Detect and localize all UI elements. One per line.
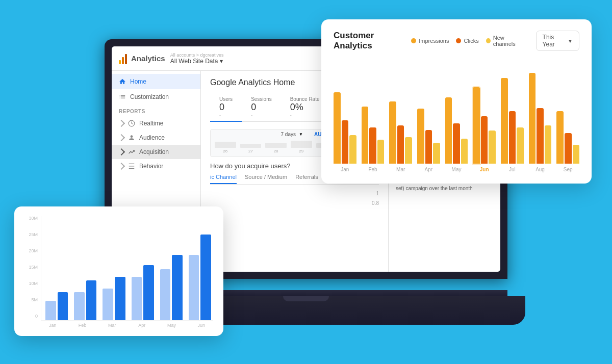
sc-y-labels: 30M 25M 20M 15M 10M 5M 0 (24, 216, 41, 321)
ca-chart-bars (334, 60, 579, 167)
laptop-notch (283, 296, 329, 301)
ca-bar-jan-new (349, 135, 356, 164)
sidebar-behavior-label: Behavior (139, 163, 163, 170)
sc-x-labels: Jan Feb Mar Apr May Jun (41, 321, 213, 328)
sidebar-realtime-label: Realtime (139, 120, 163, 127)
sc-label-may: May (160, 323, 183, 328)
ca-bar-aug-new (545, 125, 552, 164)
metric-users-sub: - (219, 113, 233, 118)
period-dropdown-icon: ▼ (568, 38, 573, 44)
clicks-dot (456, 38, 461, 43)
tab-referrals[interactable]: Referrals (295, 174, 318, 184)
ca-group-jul (501, 78, 524, 164)
ca-bar-may-cli (453, 123, 460, 164)
ca-bar-feb-cli (369, 127, 376, 164)
ca-label-mar: Mar (389, 167, 412, 172)
sc-group-jun (189, 235, 211, 320)
metric-bounce-label: Bounce Rate (290, 96, 320, 102)
ca-label-feb: Feb (362, 167, 385, 172)
days-filter[interactable]: 7 days (281, 132, 296, 137)
ga-site-selector[interactable]: All Web Site Data ▾ (170, 58, 224, 65)
metric-sessions-label: Sessions (251, 96, 272, 102)
sc-label-mar: Mar (100, 323, 124, 328)
period-selector[interactable]: This Year ▼ (536, 31, 579, 51)
sidebar-acquisition-label: Acquisition (139, 148, 169, 155)
sc-bar-mar-light (103, 289, 113, 320)
sc-bar-feb-light (74, 292, 85, 320)
sc-bar-jan-dark (58, 292, 68, 320)
tab-source-medium[interactable]: Source / Medium (245, 174, 287, 184)
ca-label-may: May (445, 167, 468, 172)
bar3 (125, 54, 127, 64)
sidebar-realtime-item[interactable]: Realtime (112, 116, 200, 131)
sc-y-20m: 20M (24, 248, 38, 253)
ca-group-apr (417, 109, 440, 164)
ca-title: Customer Analytics (334, 31, 411, 51)
arrow-right-icon4 (118, 163, 125, 170)
ca-label-jun: Jun (473, 167, 496, 172)
sc-bar-jun-dark (200, 235, 211, 320)
arrow-right-icon2 (118, 134, 125, 141)
new-channels-dot (486, 38, 491, 43)
ga-logo: Analytics (119, 53, 165, 64)
sidebar-home-item[interactable]: Home (112, 74, 200, 89)
ca-header: Customer Analytics Impressions Clicks Ne… (334, 31, 579, 51)
home-icon (119, 78, 126, 85)
sc-bar-jan-light (45, 301, 56, 320)
ca-bar-feb-imp (362, 107, 369, 164)
ca-bar-sep-imp (556, 111, 564, 164)
arrow-right-icon3 (118, 148, 125, 155)
ca-bar-sep-new (573, 145, 580, 164)
acquisition-table-preview: 1 0.8 (210, 189, 379, 208)
ca-group-jun (473, 87, 496, 164)
metric-sessions-value: 0 (251, 102, 272, 113)
ca-group-aug (529, 73, 552, 164)
bar2 (122, 57, 124, 64)
sidebar-reports-label: REPORTS (112, 105, 200, 116)
metric-users[interactable]: Users 0 - (210, 93, 242, 122)
sc-bars-container (41, 216, 213, 321)
ca-chart-container: Jan Feb Mar Apr May Jun Jul Aug Sep (334, 60, 579, 172)
legend-new-channels: New channels (486, 35, 525, 47)
sc-y-30m: 30M (24, 216, 38, 221)
ca-group-jan (334, 92, 356, 164)
ca-label-sep: Sep (556, 167, 579, 172)
sidebar-audience-label: Audience (139, 134, 165, 141)
customer-analytics-card: Customer Analytics Impressions Clicks Ne… (321, 19, 592, 184)
sc-group-mar (103, 277, 125, 320)
sidebar-customization-item[interactable]: Customization (112, 89, 200, 105)
ca-bar-jul-new (517, 127, 524, 164)
metric-users-label: Users (219, 96, 233, 102)
bar1 (119, 60, 121, 64)
metric-bounce-sub: - (290, 113, 320, 118)
legend-impressions: Impressions (411, 38, 449, 44)
ca-bar-jun-new (489, 131, 496, 164)
new-channels-label: New channels (493, 35, 525, 47)
ca-bar-apr-imp (417, 109, 424, 164)
ca-bar-jul-cli (509, 111, 516, 164)
ca-bar-jul-imp (501, 78, 508, 164)
sc-bar-may-dark (172, 255, 183, 320)
sidebar-audience-item[interactable]: Audience (112, 131, 200, 145)
metric-bounce-value: 0% (290, 102, 320, 113)
period-selector-text: This Year (543, 34, 565, 48)
tab-ic-channel[interactable]: ic Channel (210, 174, 237, 184)
ca-bar-sep-cli (565, 133, 572, 164)
sc-group-may (160, 255, 183, 320)
arrow-right-icon (118, 120, 125, 127)
sc-chart-area: 30M 25M 20M 15M 10M 5M 0 (24, 216, 213, 328)
ga-logo-text: Analytics (131, 54, 165, 63)
sc-label-apr: Apr (130, 323, 154, 328)
sc-bar-jun-light (189, 255, 199, 320)
sc-group-jan (45, 292, 68, 320)
ca-bar-jun-cli (481, 116, 488, 164)
impressions-dot (411, 38, 416, 43)
sc-bar-may-light (160, 269, 171, 320)
sc-group-feb (74, 280, 96, 320)
sc-y-15m: 15M (24, 265, 38, 270)
ca-x-labels: Jan Feb Mar Apr May Jun Jul Aug Sep (334, 167, 579, 172)
sc-y-0: 0 (24, 314, 38, 319)
sidebar-acquisition-item[interactable]: Acquisition (112, 145, 200, 159)
sidebar-behavior-item[interactable]: Behavior (112, 159, 200, 173)
metric-sessions[interactable]: Sessions 0 - (242, 93, 281, 121)
